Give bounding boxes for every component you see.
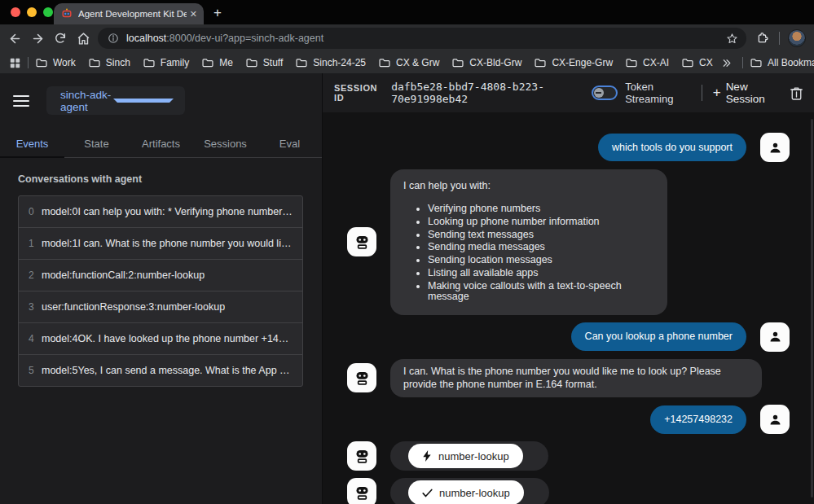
extensions-icon[interactable] [756, 32, 769, 45]
bookmark-folder[interactable]: Me [202, 57, 233, 68]
folder-icon [143, 58, 155, 68]
browser-tab[interactable]: Agent Development Kit Dev U ✕ [54, 3, 204, 24]
user-message-bubble: which tools do you support [598, 134, 746, 162]
event-list-item[interactable]: 0 model:0I can help you with: * Verifyin… [18, 195, 303, 228]
scrollbar[interactable] [811, 119, 813, 497]
folder-icon [682, 58, 693, 68]
bot-intro-text: I can help you with: [403, 179, 653, 193]
tool-call-label: number-lookup [438, 450, 509, 462]
user-message-row: +14257498232 [347, 405, 790, 434]
sidebar: sinch-adk-agent Events State Artifacts S… [0, 73, 323, 504]
user-message-bubble: +14257498232 [650, 405, 746, 434]
chevron-down-icon [113, 99, 174, 103]
event-text: model:5Yes, I can send a message. What i… [42, 365, 293, 376]
event-list-item[interactable]: 4 model:4OK. I have looked up the phone … [18, 322, 303, 355]
reload-icon[interactable] [49, 32, 72, 45]
check-icon [422, 489, 433, 497]
bookmarks-overflow-icon[interactable] [721, 58, 732, 68]
bookmark-folder-label: CX-Bld-Grw [469, 57, 521, 68]
profile-avatar[interactable] [788, 29, 806, 47]
chat-area[interactable]: which tools do you support I can help yo… [323, 112, 814, 504]
tool-list: Verifying phone numbersLooking up phone … [403, 203, 653, 304]
bot-message-row: I can. What is the phone number you woul… [347, 359, 790, 398]
tab-label: Artifacts [142, 138, 180, 150]
session-id-label: SESSION ID [334, 83, 383, 103]
bookmark-folder[interactable]: CX-Bld-Grw [452, 57, 521, 68]
bookmark-folder[interactable]: Stuff [246, 57, 283, 68]
tab-label: Sessions [204, 138, 247, 150]
event-list-item[interactable]: 3 user:functionResponse:3:number-lookup [18, 291, 303, 323]
site-info-icon[interactable] [108, 33, 119, 44]
agent-name: sinch-adk-agent [60, 89, 113, 113]
bot-message-bubble: I can. What is the phone number you woul… [390, 359, 762, 398]
tool-call-chip[interactable]: number-lookup [408, 444, 523, 468]
tool-response-chip[interactable]: number-lookup [408, 480, 524, 504]
address-bar[interactable]: localhost:8000/dev-ui?app=sinch-adk-agen… [98, 28, 746, 49]
bookmark-folder[interactable]: Family [143, 57, 189, 68]
agent-select-dropdown[interactable]: sinch-adk-agent [46, 86, 185, 115]
new-session-button[interactable]: + New Session [713, 81, 777, 105]
sidebar-tab[interactable]: Artifacts [129, 129, 193, 157]
folder-icon [750, 58, 762, 68]
window-minimize-button[interactable] [27, 7, 37, 17]
bookmark-folder[interactable]: CX-AI [626, 57, 669, 68]
bookmark-folder[interactable]: Sinch-24-25 [296, 57, 366, 68]
event-list-item[interactable]: 2 model:functionCall:2:number-lookup [18, 259, 303, 291]
sidebar-tab[interactable]: Events [0, 129, 64, 157]
menu-icon[interactable] [13, 95, 29, 107]
tab-label: Eval [279, 138, 300, 150]
bookmark-folder-label: Stuff [263, 57, 283, 68]
tool-list-item: Listing all available apps [428, 267, 653, 280]
user-message-row: Can you lookup a phone number [347, 322, 790, 352]
browser-window: Agent Development Kit Dev U ✕ + localhos… [0, 0, 814, 504]
bookmark-folder[interactable]: CX & Grw [379, 57, 439, 68]
sidebar-tab[interactable]: State [64, 129, 129, 157]
folder-icon [452, 58, 464, 68]
bot-message-bubble: I can help you with: Verifying phone num… [390, 169, 667, 315]
token-streaming-toggle[interactable] [592, 85, 618, 100]
tab-title: Agent Development Kit Dev U [78, 9, 187, 19]
apps-grid-icon[interactable] [10, 58, 20, 68]
home-icon[interactable] [72, 32, 95, 46]
toggle-knob [594, 88, 604, 98]
new-session-label: New Session [726, 81, 777, 105]
bookmark-folder[interactable]: Sinch [89, 57, 130, 68]
window-maximize-button[interactable] [43, 7, 53, 17]
bookmark-folder-label: Sinch-24-25 [313, 57, 366, 68]
event-list-item[interactable]: 1 model:1I can. What is the phone number… [18, 227, 303, 260]
window-close-button[interactable] [11, 7, 20, 17]
url-text: localhost:8000/dev-ui?app=sinch-adk-agen… [126, 33, 726, 44]
tab-close-icon[interactable]: ✕ [190, 9, 197, 20]
bookmark-folder[interactable]: CX-Enge-Grw [535, 57, 613, 68]
event-list-item[interactable]: 5 model:5Yes, I can send a message. What… [18, 354, 303, 387]
bookmark-folder-label: CX-Enge-Grw [552, 57, 613, 68]
bookmarks-bar: Work Sinch Family Me Stu [0, 52, 814, 73]
bookmark-folder[interactable]: Work [36, 57, 76, 68]
user-message-row: which tools do you support [347, 133, 790, 162]
toolbar-divider [779, 32, 780, 45]
tool-call-container: number-lookup [390, 441, 548, 471]
bookmark-star-icon[interactable] [726, 33, 738, 45]
bookmark-folder[interactable]: CX-Design [682, 57, 713, 68]
new-tab-button[interactable]: + [213, 4, 222, 22]
all-bookmarks-label: All Bookmark [768, 57, 814, 68]
sidebar-tab[interactable]: Eval [257, 129, 322, 157]
bookmark-folder-label: CX-AI [643, 57, 669, 68]
forward-icon[interactable] [26, 32, 49, 46]
back-icon[interactable] [3, 32, 26, 46]
bookmark-folders: Work Sinch Family Me Stu [36, 57, 713, 68]
adk-robot-favicon [61, 8, 73, 20]
delete-session-icon[interactable] [790, 86, 803, 100]
bot-message-row: I can help you with: Verifying phone num… [347, 169, 790, 315]
event-list: 0 model:0I can help you with: * Verifyin… [18, 195, 303, 387]
all-bookmarks[interactable]: All Bookmark [750, 57, 814, 68]
tool-list-item: Looking up phone number information [428, 216, 653, 229]
bookmarks-divider-2 [742, 57, 743, 68]
user-message-bubble: Can you lookup a phone number [571, 322, 746, 351]
header-divider [702, 85, 702, 101]
tool-response-container: number-lookup [390, 478, 549, 504]
sidebar-tab[interactable]: Sessions [193, 129, 257, 157]
conversations-heading: Conversations with agent [18, 173, 322, 185]
bookmark-folder-label: Family [161, 57, 189, 68]
bookmarks-divider [28, 57, 29, 68]
